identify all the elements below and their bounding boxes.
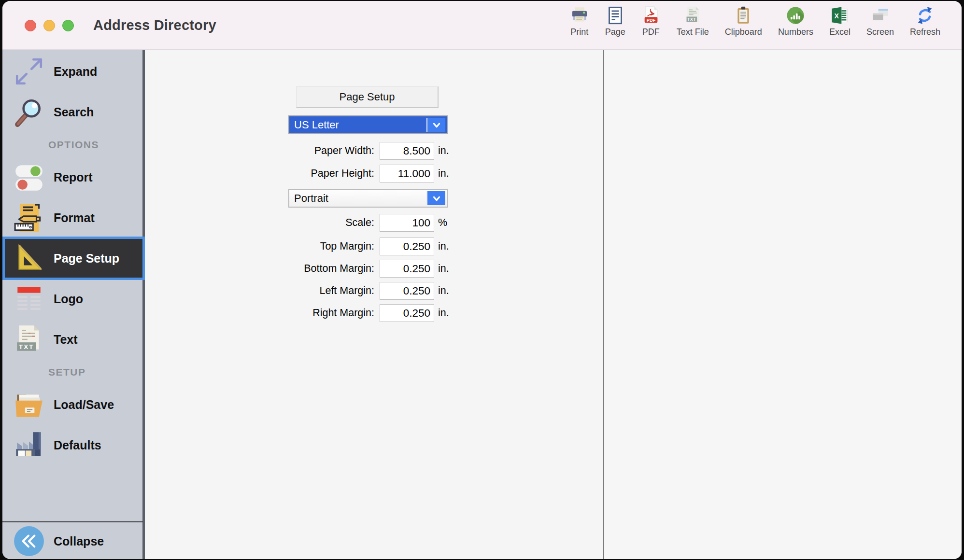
sidebar-item-label: Logo <box>54 292 83 306</box>
paper-height-row: Paper Height: in. <box>145 165 483 182</box>
paper-width-input[interactable] <box>380 142 434 160</box>
paper-width-label: Paper Width: <box>193 142 374 160</box>
pdf-file-icon: PDF <box>641 6 661 25</box>
scale-unit: % <box>438 214 447 232</box>
screen-label: Screen <box>866 27 894 37</box>
right-margin-row: Right Margin: in. <box>145 304 483 322</box>
refresh-icon <box>915 6 935 25</box>
clipboard-label: Clipboard <box>725 27 762 37</box>
toggles-icon <box>13 161 45 193</box>
svg-text:TXT: TXT <box>688 17 696 22</box>
sidebar-section-options: OPTIONS <box>2 133 145 157</box>
text-file-button[interactable]: TXT Text File <box>677 6 709 37</box>
section-header: SETUP <box>48 366 145 378</box>
txt-document-icon: TXT <box>13 323 45 355</box>
form-title: Page Setup <box>296 86 439 108</box>
collapse-chevrons-icon <box>13 525 45 557</box>
scale-label: Scale: <box>193 214 374 232</box>
svg-text:TXT: TXT <box>19 343 34 350</box>
open-folder-icon <box>13 389 45 420</box>
sidebar-item-label: Text <box>54 333 78 347</box>
clipboard-icon <box>734 6 753 25</box>
text-file-icon: TXT <box>683 6 702 25</box>
paper-width-row: Paper Width: in. <box>145 142 483 160</box>
sidebar-item-label: Format <box>54 211 95 225</box>
sidebar: Expand Search OPTIONS <box>2 50 145 559</box>
logo-layout-icon <box>13 283 45 315</box>
titlebar: Address Directory Print <box>2 1 962 50</box>
preview-pane <box>604 50 962 559</box>
minimize-window-button[interactable] <box>43 20 55 31</box>
page-icon <box>606 6 625 25</box>
orientation-select[interactable]: Portrait <box>288 189 448 208</box>
page-label: Page <box>605 27 625 37</box>
expand-arrows-icon <box>13 56 45 87</box>
sidebar-item-expand[interactable]: Expand <box>2 51 145 92</box>
sidebar-item-load-save[interactable]: Load/Save <box>2 384 145 425</box>
svg-text:PDF: PDF <box>647 18 656 23</box>
close-window-button[interactable] <box>25 20 36 31</box>
sidebar-item-label: Report <box>54 170 93 184</box>
print-button[interactable]: Print <box>570 6 589 37</box>
excel-button[interactable]: X Excel <box>829 6 851 37</box>
sidebar-item-page-setup[interactable]: Page Setup <box>2 237 145 280</box>
paper-height-input[interactable] <box>380 165 434 182</box>
paper-size-select[interactable]: US Letter <box>288 115 448 134</box>
sidebar-item-label: Load/Save <box>54 398 114 412</box>
sidebar-item-label: Search <box>54 105 94 119</box>
refresh-button[interactable]: Refresh <box>910 6 940 37</box>
window-title: Address Directory <box>93 17 216 33</box>
sidebar-item-logo[interactable]: Logo <box>2 279 145 319</box>
bottom-margin-row: Bottom Margin: in. <box>145 260 483 278</box>
print-label: Print <box>570 27 588 37</box>
sidebar-item-label: Expand <box>54 65 97 79</box>
sidebar-item-search[interactable]: Search <box>2 92 145 132</box>
zoom-window-button[interactable] <box>62 20 74 31</box>
top-margin-unit: in. <box>438 238 449 255</box>
top-margin-label: Top Margin: <box>193 238 374 255</box>
left-margin-unit: in. <box>438 282 449 300</box>
scale-input[interactable] <box>380 214 434 232</box>
sidebar-item-label: Collapse <box>54 534 104 548</box>
right-margin-unit: in. <box>438 304 449 322</box>
left-margin-row: Left Margin: in. <box>145 282 483 300</box>
bottom-margin-unit: in. <box>438 260 449 278</box>
sidebar-item-format[interactable]: Format <box>2 197 145 238</box>
orientation-value: Portrait <box>294 190 328 207</box>
search-icon <box>13 96 45 128</box>
settings-pane: Page Setup US Letter Paper Width: in. Pa… <box>145 50 603 559</box>
section-header: OPTIONS <box>48 139 145 151</box>
paper-size-value: US Letter <box>294 116 339 133</box>
app-window: Address Directory Print <box>2 1 962 559</box>
top-margin-row: Top Margin: in. <box>145 238 483 255</box>
scale-row: Scale: % <box>145 214 483 232</box>
bottom-margin-label: Bottom Margin: <box>193 260 374 278</box>
top-margin-input[interactable] <box>380 238 434 255</box>
paper-height-unit: in. <box>438 165 449 182</box>
paper-height-label: Paper Height: <box>193 165 374 182</box>
numbers-label: Numbers <box>778 27 813 37</box>
svg-text:X: X <box>835 12 839 20</box>
factory-icon <box>13 429 45 461</box>
sidebar-item-text[interactable]: TXT Text <box>2 319 145 360</box>
printer-icon <box>570 6 589 25</box>
screen-button[interactable]: Screen <box>866 6 894 37</box>
format-document-icon <box>13 202 45 234</box>
toolbar: Print Page P <box>570 6 940 37</box>
numbers-chart-icon <box>786 6 805 25</box>
bottom-margin-input[interactable] <box>380 260 434 278</box>
sidebar-item-report[interactable]: Report <box>2 157 145 197</box>
pdf-button[interactable]: PDF PDF <box>641 6 661 37</box>
sidebar-item-defaults[interactable]: Defaults <box>2 425 145 465</box>
numbers-button[interactable]: Numbers <box>778 6 813 37</box>
right-margin-input[interactable] <box>380 304 434 322</box>
left-margin-label: Left Margin: <box>193 282 374 300</box>
page-button[interactable]: Page <box>605 6 625 37</box>
refresh-label: Refresh <box>910 27 940 37</box>
clipboard-button[interactable]: Clipboard <box>725 6 762 37</box>
chevron-down-icon[interactable] <box>427 118 445 132</box>
chevron-down-icon[interactable] <box>427 191 445 205</box>
sidebar-item-label: Page Setup <box>54 252 119 266</box>
left-margin-input[interactable] <box>380 282 434 300</box>
sidebar-item-collapse[interactable]: Collapse <box>2 522 145 559</box>
